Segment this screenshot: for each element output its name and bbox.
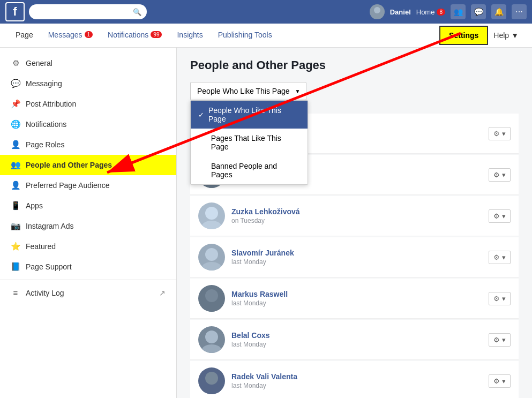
help-button[interactable]: Help ▼ <box>488 27 524 44</box>
filter-dropdown-button[interactable]: People Who Like This Page <box>190 82 306 100</box>
sidebar-label-activity-log: Activity Log <box>26 289 64 297</box>
person-name: Radek Vali Valenta <box>231 372 482 381</box>
avatar <box>198 367 225 394</box>
svg-point-1 <box>372 14 383 19</box>
person-gear-button[interactable]: ⚙ ▾ <box>489 292 511 305</box>
page-title: People and Other Pages <box>190 58 519 72</box>
search-bar[interactable]: 365tipů 🔍 <box>29 4 147 19</box>
sidebar-item-instagram-ads[interactable]: 📷 Instagram Ads <box>0 216 176 236</box>
svg-point-11 <box>202 303 221 312</box>
main-layout: ⚙ General 💬 Messaging 📌 Post Attribution… <box>0 48 532 398</box>
sidebar-label-messaging: Messaging <box>26 79 62 88</box>
sidebar-label-featured: Featured <box>26 242 56 251</box>
sidebar-item-activity-log[interactable]: ≡ Activity Log ↗ <box>0 283 176 303</box>
activity-log-icon: ≡ <box>11 288 20 297</box>
table-row: Markus Raswell last Monday ⚙ ▾ <box>190 279 519 319</box>
person-info: Radek Vali Valenta last Monday <box>231 372 482 389</box>
globe-icon: 🌐 <box>11 119 20 129</box>
preferred-icon: 👤 <box>11 181 20 190</box>
facebook-logo: f <box>5 2 25 21</box>
nav-notifications[interactable]: Notifications 99 <box>100 24 169 47</box>
person-name: Belal Coxs <box>231 331 482 340</box>
nav-insights[interactable]: Insights <box>169 24 210 47</box>
star-icon: ⭐ <box>11 242 20 251</box>
dropdown-option-banned[interactable]: Banned People and Pages <box>191 156 308 184</box>
sidebar-item-people-and-other-pages[interactable]: 👥 People and Other Pages <box>0 155 176 175</box>
help-dropdown-icon: ▼ <box>511 31 519 40</box>
table-row: Zuzka Lehkoživová on Tuesday ⚙ ▾ <box>190 196 519 236</box>
person-time: last Monday <box>231 341 482 348</box>
page-navigation: Page Messages 1 Notifications 99 Insight… <box>0 24 532 48</box>
person-name: Slavomír Juránek <box>231 249 482 257</box>
sidebar-label-post-attribution: Post Attribution <box>26 100 76 108</box>
messages-button[interactable]: 💬 <box>471 4 486 19</box>
dropdown-selected-label: People Who Like This Page <box>197 87 290 95</box>
person-gear-button[interactable]: ⚙ ▾ <box>489 374 511 388</box>
avatar <box>198 244 225 271</box>
sidebar-label-page-roles: Page Roles <box>26 140 64 149</box>
svg-point-6 <box>205 207 218 220</box>
instagram-icon: 📷 <box>11 221 20 231</box>
sidebar-item-apps[interactable]: 📱 Apps <box>0 196 176 216</box>
messages-badge: 1 <box>85 31 93 38</box>
table-row: Slavomír Juránek last Monday ⚙ ▾ <box>190 237 519 277</box>
svg-point-12 <box>205 331 218 343</box>
check-icon: ✓ <box>198 111 204 119</box>
svg-point-0 <box>374 7 380 13</box>
dropdown-option-pages-that-like[interactable]: Pages That Like This Page <box>191 129 308 156</box>
person-gear-button[interactable]: ⚙ ▾ <box>489 251 511 264</box>
sidebar-label-general: General <box>26 59 53 67</box>
avatar <box>198 326 225 353</box>
people-icon: 👥 <box>11 160 20 170</box>
sidebar-item-page-roles[interactable]: 👤 Page Roles <box>0 134 176 155</box>
home-link[interactable]: Home 8 <box>416 8 445 16</box>
person-info: Markus Raswell last Monday <box>231 290 482 307</box>
person-gear-button[interactable]: ⚙ ▾ <box>489 333 511 347</box>
page-support-icon: 📘 <box>11 262 20 272</box>
sidebar-item-featured[interactable]: ⭐ Featured <box>0 236 176 257</box>
search-input[interactable]: 365tipů <box>34 8 130 16</box>
notifications-button[interactable]: 🔔 <box>491 4 506 19</box>
activity-log-arrow-icon: ↗ <box>159 289 166 297</box>
friend-requests-button[interactable]: 👥 <box>451 4 466 19</box>
table-row: Belal Coxs last Monday ⚙ ▾ <box>190 320 519 360</box>
nav-publishing-tools[interactable]: Publishing Tools <box>211 24 280 47</box>
sidebar-item-page-support[interactable]: 📘 Page Support <box>0 257 176 277</box>
sidebar-item-messaging[interactable]: 💬 Messaging <box>0 73 176 94</box>
nav-page[interactable]: Page <box>8 24 41 47</box>
notifications-badge: 99 <box>151 31 162 38</box>
person-time: last Monday <box>231 258 482 266</box>
sidebar-item-notifications[interactable]: 🌐 Notifications <box>0 114 176 134</box>
person-info: Slavomír Juránek last Monday <box>231 249 482 266</box>
person-time: on Tuesday <box>231 217 482 224</box>
person-time: last Monday <box>231 299 482 307</box>
svg-point-7 <box>202 221 221 229</box>
top-right-nav: Daniel Home 8 👥 💬 🔔 ⋯ <box>370 4 527 19</box>
sidebar-label-apps: Apps <box>26 201 43 210</box>
avatar <box>198 285 225 312</box>
sidebar-item-post-attribution[interactable]: 📌 Post Attribution <box>0 94 176 114</box>
pin-icon: 📌 <box>11 99 20 109</box>
dropdown-option-label-0: People Who Like This Page <box>208 106 300 123</box>
more-menu-button[interactable]: ⋯ <box>512 4 527 19</box>
sidebar: ⚙ General 💬 Messaging 📌 Post Attribution… <box>0 48 177 398</box>
person-gear-button[interactable]: ⚙ ▾ <box>489 168 511 182</box>
svg-point-10 <box>205 289 218 302</box>
sidebar-label-notifications: Notifications <box>26 120 66 129</box>
person-info: Belal Coxs last Monday <box>231 331 482 348</box>
dropdown-option-people-who-like[interactable]: ✓ People Who Like This Page <box>191 101 308 129</box>
avatar <box>198 202 225 229</box>
main-content: People and Other Pages People Who Like T… <box>177 48 532 398</box>
settings-button[interactable]: Settings <box>439 26 488 45</box>
sidebar-item-general[interactable]: ⚙ General <box>0 53 176 73</box>
user-avatar <box>370 4 385 19</box>
person-gear-button[interactable]: ⚙ ▾ <box>489 209 511 223</box>
sidebar-label-preferred-page-audience: Preferred Page Audience <box>26 181 109 190</box>
sidebar-label-page-support: Page Support <box>26 262 72 271</box>
sidebar-label-instagram-ads: Instagram Ads <box>26 222 74 230</box>
sidebar-item-preferred-page-audience[interactable]: 👤 Preferred Page Audience <box>0 175 176 196</box>
nav-messages[interactable]: Messages 1 <box>41 24 100 47</box>
person-gear-button[interactable]: ⚙ ▾ <box>489 127 511 140</box>
search-icon: 🔍 <box>133 8 141 16</box>
person-info: Zuzka Lehkoživová on Tuesday <box>231 207 482 224</box>
